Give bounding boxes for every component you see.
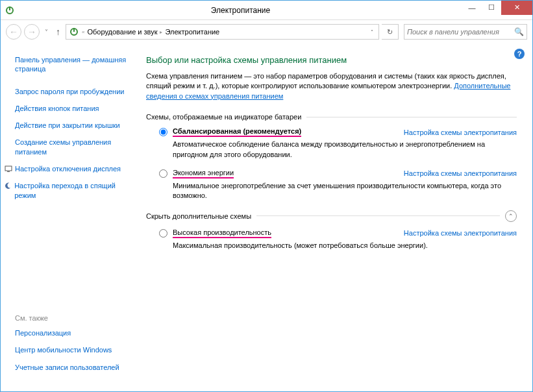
plan-highperf-settings-link[interactable]: Настройка схемы электропитания [404, 229, 517, 237]
breadcrumb-dropdown-icon[interactable]: ˅ [371, 29, 376, 35]
plan-highperf-name[interactable]: Высокая производительность [173, 228, 271, 238]
sidebar-item-powerbuttons[interactable]: Действия кнопок питания [15, 104, 130, 113]
sidebar-home[interactable]: Панель управления — домашняя страница [15, 55, 130, 74]
minimize-button[interactable]: — [462, 1, 482, 15]
chevron-right-icon: ▸ [158, 29, 164, 35]
plan-balanced-radio[interactable] [159, 128, 167, 136]
forward-button[interactable]: → [24, 24, 40, 40]
nav-toolbar: ← → ˅ ↑ « Оборудование и звук ▸ Электроп… [1, 20, 532, 43]
search-icon[interactable]: 🔍 [514, 27, 524, 36]
main-pane: ? Выбор или настройка схемы управления п… [138, 43, 532, 391]
see-also-mobility[interactable]: Центр мобильности Windows [15, 345, 119, 354]
plan-balanced: Сбалансированная (рекомендуется) Настрой… [159, 127, 517, 160]
svg-rect-3 [73, 28, 75, 32]
close-button[interactable]: ✕ [501, 1, 532, 15]
divider [256, 215, 500, 216]
plan-highperf-radio[interactable] [159, 229, 167, 238]
see-also-personalization[interactable]: Персонализация [15, 328, 119, 337]
back-button[interactable]: ← [6, 24, 21, 40]
titlebar: Электропитание — ☐ ✕ [1, 1, 532, 20]
plan-balanced-settings-link[interactable]: Настройка схемы электропитания [404, 129, 517, 136]
plan-saver-settings-link[interactable]: Настройка схемы электропитания [404, 169, 517, 177]
group-battery-heading: Схемы, отображаемые на индикаторе батаре… [146, 113, 301, 121]
breadcrumb-item-2[interactable]: Электропитание [165, 28, 219, 36]
group-extra-heading: Скрыть дополнительные схемы [146, 212, 251, 220]
plan-saver: Экономия энергии Настройка схемы электро… [159, 169, 517, 201]
breadcrumb[interactable]: « Оборудование и звук ▸ Электропитание ˅ [66, 24, 379, 40]
see-also: См. также Персонализация Центр мобильнос… [15, 314, 119, 380]
svg-rect-5 [7, 171, 10, 172]
sidebar-item-wakepassword[interactable]: Запрос пароля при пробуждении [15, 87, 130, 96]
breadcrumb-icon [69, 27, 79, 37]
divider [306, 117, 517, 117]
breadcrumb-item-1[interactable]: Оборудование и звук [87, 28, 157, 36]
app-icon [1, 5, 19, 16]
sidebar-item-sleep[interactable]: Настройка перехода в спящий режим [14, 181, 130, 200]
history-dropdown-icon[interactable]: ˅ [42, 29, 51, 36]
plan-balanced-desc: Автоматическое соблюдение баланса между … [173, 140, 517, 160]
refresh-button[interactable]: ↻ [382, 24, 399, 40]
search-box[interactable]: 🔍 [404, 24, 527, 40]
display-icon [5, 165, 12, 173]
svg-rect-1 [9, 6, 10, 10]
chevron-left-icon[interactable]: « [81, 29, 86, 35]
moon-icon [5, 182, 12, 190]
sidebar-item-createplan[interactable]: Создание схемы управления питанием [15, 138, 130, 156]
sidebar-item-displayoff[interactable]: Настройка отключения дисплея [15, 164, 121, 173]
plan-saver-name[interactable]: Экономия энергии [173, 169, 234, 178]
intro-text: Схема управления питанием — это набор па… [146, 71, 517, 101]
plan-highperf-desc: Максимальная производительность (может п… [173, 241, 517, 251]
page-title: Выбор или настройка схемы управления пит… [146, 55, 517, 65]
plan-saver-desc: Минимальное энергопотребление за счет ум… [173, 181, 517, 201]
window-title: Электропитание [19, 6, 462, 15]
see-also-heading: См. также [15, 314, 119, 322]
help-icon[interactable]: ? [514, 49, 525, 59]
collapse-button[interactable]: ⌃ [505, 210, 517, 222]
svg-rect-4 [5, 166, 12, 171]
maximize-button[interactable]: ☐ [482, 1, 501, 15]
up-button[interactable]: ↑ [53, 27, 63, 37]
plan-highperf: Высокая производительность Настройка схе… [159, 228, 517, 251]
sidebar: Панель управления — домашняя страница За… [1, 43, 138, 391]
sidebar-item-lidclose[interactable]: Действие при закрытии крышки [15, 121, 130, 130]
see-also-accounts[interactable]: Учетные записи пользователей [15, 363, 119, 372]
intro-span: Схема управления питанием — это набор па… [146, 72, 506, 90]
plan-balanced-name[interactable]: Сбалансированная (рекомендуется) [173, 127, 301, 137]
plan-saver-radio[interactable] [159, 169, 167, 178]
search-input[interactable] [407, 28, 514, 36]
